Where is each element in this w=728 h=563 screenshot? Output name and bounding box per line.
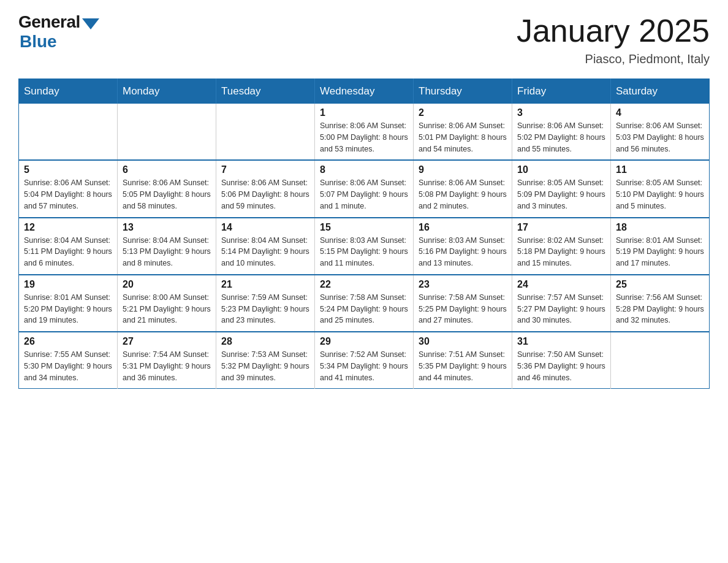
- day-info: Sunrise: 7:54 AM Sunset: 5:31 PM Dayligh…: [123, 349, 211, 383]
- calendar-header-row: SundayMondayTuesdayWednesdayThursdayFrid…: [19, 79, 710, 104]
- calendar-cell: 23Sunrise: 7:58 AM Sunset: 5:25 PM Dayli…: [414, 275, 512, 332]
- day-info: Sunrise: 8:03 AM Sunset: 5:15 PM Dayligh…: [320, 235, 408, 269]
- day-number: 2: [419, 107, 507, 118]
- day-info: Sunrise: 8:01 AM Sunset: 5:19 PM Dayligh…: [616, 235, 704, 269]
- day-number: 21: [221, 279, 309, 290]
- day-info: Sunrise: 8:06 AM Sunset: 5:04 PM Dayligh…: [24, 177, 112, 212]
- calendar-cell: 6Sunrise: 8:06 AM Sunset: 5:05 PM Daylig…: [118, 160, 216, 217]
- day-info: Sunrise: 7:55 AM Sunset: 5:30 PM Dayligh…: [24, 349, 112, 383]
- day-info: Sunrise: 8:00 AM Sunset: 5:21 PM Dayligh…: [123, 292, 211, 326]
- day-info: Sunrise: 7:53 AM Sunset: 5:32 PM Dayligh…: [221, 349, 309, 383]
- day-info: Sunrise: 7:52 AM Sunset: 5:34 PM Dayligh…: [320, 349, 408, 383]
- day-number: 25: [616, 279, 704, 290]
- day-number: 4: [616, 107, 704, 118]
- day-info: Sunrise: 8:01 AM Sunset: 5:20 PM Dayligh…: [24, 292, 112, 326]
- calendar-cell: 7Sunrise: 8:06 AM Sunset: 5:06 PM Daylig…: [216, 160, 315, 217]
- day-number: 13: [123, 222, 211, 233]
- day-number: 30: [419, 336, 507, 347]
- calendar-week-row: 5Sunrise: 8:06 AM Sunset: 5:04 PM Daylig…: [19, 160, 710, 217]
- day-number: 24: [517, 279, 605, 290]
- calendar-cell: 21Sunrise: 7:59 AM Sunset: 5:23 PM Dayli…: [216, 275, 315, 332]
- calendar-cell: 11Sunrise: 8:05 AM Sunset: 5:10 PM Dayli…: [611, 160, 710, 217]
- day-info: Sunrise: 8:05 AM Sunset: 5:10 PM Dayligh…: [616, 177, 704, 212]
- day-number: 23: [419, 279, 507, 290]
- day-number: 11: [616, 164, 704, 175]
- calendar-cell: 24Sunrise: 7:57 AM Sunset: 5:27 PM Dayli…: [512, 275, 611, 332]
- day-number: 29: [320, 336, 408, 347]
- calendar-cell: 16Sunrise: 8:03 AM Sunset: 5:16 PM Dayli…: [414, 218, 512, 275]
- calendar-cell: 28Sunrise: 7:53 AM Sunset: 5:32 PM Dayli…: [216, 332, 315, 389]
- calendar-cell: 19Sunrise: 8:01 AM Sunset: 5:20 PM Dayli…: [19, 275, 118, 332]
- day-number: 5: [24, 164, 112, 175]
- day-info: Sunrise: 8:06 AM Sunset: 5:07 PM Dayligh…: [320, 177, 408, 212]
- day-info: Sunrise: 8:06 AM Sunset: 5:03 PM Dayligh…: [616, 120, 704, 155]
- day-info: Sunrise: 8:02 AM Sunset: 5:18 PM Dayligh…: [517, 235, 605, 269]
- header-sunday: Sunday: [19, 79, 118, 104]
- calendar-cell: 17Sunrise: 8:02 AM Sunset: 5:18 PM Dayli…: [512, 218, 611, 275]
- logo: General Blue: [18, 12, 99, 52]
- day-number: 19: [24, 279, 112, 290]
- day-info: Sunrise: 7:56 AM Sunset: 5:28 PM Dayligh…: [616, 292, 704, 326]
- day-info: Sunrise: 8:04 AM Sunset: 5:14 PM Dayligh…: [221, 235, 309, 269]
- calendar-cell: [216, 104, 315, 160]
- calendar-cell: 10Sunrise: 8:05 AM Sunset: 5:09 PM Dayli…: [512, 160, 611, 217]
- header-friday: Friday: [512, 79, 611, 104]
- title-area: January 2025 Piasco, Piedmont, Italy: [517, 12, 710, 66]
- calendar-cell: 25Sunrise: 7:56 AM Sunset: 5:28 PM Dayli…: [611, 275, 710, 332]
- calendar-cell: 12Sunrise: 8:04 AM Sunset: 5:11 PM Dayli…: [19, 218, 118, 275]
- day-info: Sunrise: 7:57 AM Sunset: 5:27 PM Dayligh…: [517, 292, 605, 326]
- calendar-week-row: 26Sunrise: 7:55 AM Sunset: 5:30 PM Dayli…: [19, 332, 710, 389]
- calendar-cell: 13Sunrise: 8:04 AM Sunset: 5:13 PM Dayli…: [118, 218, 216, 275]
- calendar-cell: 27Sunrise: 7:54 AM Sunset: 5:31 PM Dayli…: [118, 332, 216, 389]
- calendar-cell: 15Sunrise: 8:03 AM Sunset: 5:15 PM Dayli…: [315, 218, 414, 275]
- header-wednesday: Wednesday: [315, 79, 414, 104]
- calendar-cell: 8Sunrise: 8:06 AM Sunset: 5:07 PM Daylig…: [315, 160, 414, 217]
- day-info: Sunrise: 8:05 AM Sunset: 5:09 PM Dayligh…: [517, 177, 605, 212]
- day-info: Sunrise: 8:06 AM Sunset: 5:01 PM Dayligh…: [419, 120, 507, 155]
- day-info: Sunrise: 7:58 AM Sunset: 5:25 PM Dayligh…: [419, 292, 507, 326]
- header-tuesday: Tuesday: [216, 79, 315, 104]
- header-monday: Monday: [118, 79, 216, 104]
- day-info: Sunrise: 7:51 AM Sunset: 5:35 PM Dayligh…: [419, 349, 507, 383]
- calendar-cell: 30Sunrise: 7:51 AM Sunset: 5:35 PM Dayli…: [414, 332, 512, 389]
- calendar-cell: 4Sunrise: 8:06 AM Sunset: 5:03 PM Daylig…: [611, 104, 710, 160]
- day-number: 15: [320, 222, 408, 233]
- day-info: Sunrise: 7:59 AM Sunset: 5:23 PM Dayligh…: [221, 292, 309, 326]
- day-number: 18: [616, 222, 704, 233]
- day-number: 10: [517, 164, 605, 175]
- calendar-week-row: 1Sunrise: 8:06 AM Sunset: 5:00 PM Daylig…: [19, 104, 710, 160]
- day-number: 17: [517, 222, 605, 233]
- day-info: Sunrise: 8:06 AM Sunset: 5:05 PM Dayligh…: [123, 177, 211, 212]
- calendar-cell: 26Sunrise: 7:55 AM Sunset: 5:30 PM Dayli…: [19, 332, 118, 389]
- logo-general-text: General: [18, 12, 80, 32]
- calendar-cell: 18Sunrise: 8:01 AM Sunset: 5:19 PM Dayli…: [611, 218, 710, 275]
- calendar-cell: 29Sunrise: 7:52 AM Sunset: 5:34 PM Dayli…: [315, 332, 414, 389]
- calendar-cell: 2Sunrise: 8:06 AM Sunset: 5:01 PM Daylig…: [414, 104, 512, 160]
- calendar-week-row: 19Sunrise: 8:01 AM Sunset: 5:20 PM Dayli…: [19, 275, 710, 332]
- day-number: 1: [320, 107, 408, 118]
- calendar-cell: [118, 104, 216, 160]
- day-number: 31: [517, 336, 605, 347]
- day-info: Sunrise: 8:06 AM Sunset: 5:02 PM Dayligh…: [517, 120, 605, 155]
- logo-blue-text: Blue: [20, 32, 57, 52]
- day-info: Sunrise: 8:06 AM Sunset: 5:06 PM Dayligh…: [221, 177, 309, 212]
- day-number: 6: [123, 164, 211, 175]
- calendar-cell: 1Sunrise: 8:06 AM Sunset: 5:00 PM Daylig…: [315, 104, 414, 160]
- day-number: 12: [24, 222, 112, 233]
- header-thursday: Thursday: [414, 79, 512, 104]
- calendar-week-row: 12Sunrise: 8:04 AM Sunset: 5:11 PM Dayli…: [19, 218, 710, 275]
- calendar-cell: [19, 104, 118, 160]
- header-saturday: Saturday: [611, 79, 710, 104]
- calendar-cell: 14Sunrise: 8:04 AM Sunset: 5:14 PM Dayli…: [216, 218, 315, 275]
- day-number: 20: [123, 279, 211, 290]
- page-header: General Blue January 2025 Piasco, Piedmo…: [18, 12, 710, 66]
- day-info: Sunrise: 7:58 AM Sunset: 5:24 PM Dayligh…: [320, 292, 408, 326]
- day-number: 14: [221, 222, 309, 233]
- day-info: Sunrise: 7:50 AM Sunset: 5:36 PM Dayligh…: [517, 349, 605, 383]
- day-info: Sunrise: 8:04 AM Sunset: 5:11 PM Dayligh…: [24, 235, 112, 269]
- calendar-cell: 9Sunrise: 8:06 AM Sunset: 5:08 PM Daylig…: [414, 160, 512, 217]
- day-info: Sunrise: 8:03 AM Sunset: 5:16 PM Dayligh…: [419, 235, 507, 269]
- month-title: January 2025: [517, 12, 710, 49]
- logo-triangle-icon: [82, 18, 99, 29]
- day-number: 9: [419, 164, 507, 175]
